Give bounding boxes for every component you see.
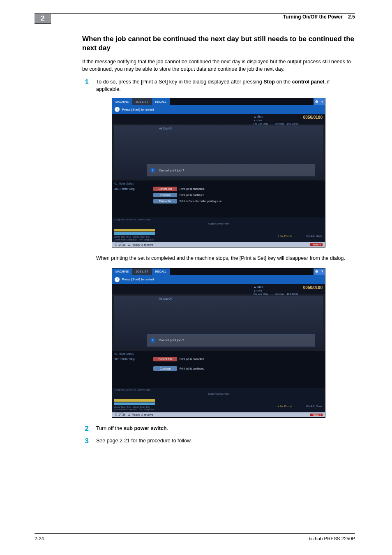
step-1: 1 To do so, press the [Print a Set] key …	[82, 79, 355, 93]
cancel-job-button[interactable]: Cancel Job	[153, 357, 177, 361]
joblist-header: No. Mode Status	[114, 182, 323, 185]
step-text: See page 2-21 for the procedure to follo…	[96, 437, 355, 445]
tab-recall[interactable]: RECALL	[152, 98, 170, 105]
joblist-header: No. Mode Status	[114, 352, 323, 355]
step-number: 3	[82, 437, 89, 445]
tab-machine[interactable]: MACHINE	[112, 268, 132, 275]
section-heading: When the job cannot be continued the nex…	[82, 35, 355, 53]
job-row: 0001 Printer Stop	[114, 358, 151, 361]
info-icon: i	[115, 107, 120, 112]
continue-button[interactable]: Continue	[153, 193, 177, 197]
page-number: 2-24	[35, 536, 44, 541]
info-icon: i	[115, 277, 120, 282]
cancel-job-button[interactable]: Cancel Job	[153, 187, 177, 191]
continue-button[interactable]: Continue	[153, 366, 177, 371]
step-number: 1	[82, 79, 89, 93]
step-3: 3 See page 2-21 for the procedure to fol…	[82, 437, 355, 445]
supply-label: Supply/Scrap Parts	[112, 392, 325, 396]
header-title: Turning On/Off the Power	[283, 14, 343, 20]
original-counter-label: (Original Counter of Current Job)	[112, 217, 325, 222]
tab-machine[interactable]: MACHINE	[112, 98, 132, 105]
help-icon[interactable]: ?	[319, 98, 325, 105]
all-out-toggle[interactable]: All Out Off	[159, 297, 172, 300]
tab-joblist[interactable]: JOB LIST	[132, 268, 152, 275]
intro-paragraph: If the message notifying that the job ca…	[82, 58, 355, 73]
gear-icon[interactable]: ⚙	[314, 98, 319, 105]
mid-paragraph: When printing the set is completed and t…	[96, 255, 355, 262]
restart-message: Press [Start] to restart	[122, 278, 154, 281]
step-text: Turn off the sub power switch.	[96, 425, 355, 433]
tab-joblist[interactable]: JOB LIST	[132, 98, 152, 105]
tab-recall[interactable]: RECALL	[152, 268, 170, 275]
product-name: bizhub PRESS 2250P	[309, 536, 355, 541]
device-screenshot-2: MACHINE JOB LIST RECALL ⚙ ? i Press [Sta…	[112, 268, 325, 418]
print-a-set-button[interactable]: Print a Set	[153, 199, 177, 204]
job-row: 0001 Printer Stop	[114, 187, 151, 190]
cancel-dialog: i Cancel print job ?	[147, 334, 315, 347]
info-icon: i	[150, 338, 155, 343]
rotation-button[interactable]: Rotation	[310, 414, 323, 416]
info-icon: i	[150, 168, 155, 173]
header-section: 2.5	[348, 14, 355, 20]
dialog-question: Cancel print job ?	[159, 169, 184, 172]
all-out-toggle[interactable]: All Out Off	[159, 127, 172, 130]
rotation-button[interactable]: Rotation	[310, 243, 323, 246]
running-header: Turning On/Off the Power 2.5	[283, 14, 355, 20]
dialog-question: Cancel print job ?	[159, 338, 184, 342]
step-2: 2 Turn off the sub power switch.	[82, 425, 355, 433]
header-rule	[35, 13, 355, 14]
step-text: To do so, press the [Print a Set] key in…	[96, 79, 355, 93]
cancel-dialog: i Cancel print job ?	[147, 164, 315, 176]
device-screenshot-1: MACHINE JOB LIST RECALL ⚙ ? i Press [Sta…	[112, 98, 325, 247]
stop-icon: ▲	[254, 285, 256, 288]
footer-rule	[35, 533, 355, 534]
supply-label: Supply/Scrap Parts	[112, 222, 325, 226]
chapter-tab: 2	[35, 14, 51, 24]
page-count: 0050/0100	[303, 115, 323, 123]
stop-icon: ▲	[254, 115, 256, 118]
page-count: 0050/0100	[303, 285, 323, 293]
gear-icon[interactable]: ⚙	[314, 268, 319, 275]
help-icon[interactable]: ?	[319, 268, 325, 275]
original-counter-label: (Original Counter of Current Job)	[112, 388, 325, 392]
step-number: 2	[82, 425, 89, 433]
restart-message: Press [Start] to restart	[122, 108, 154, 111]
